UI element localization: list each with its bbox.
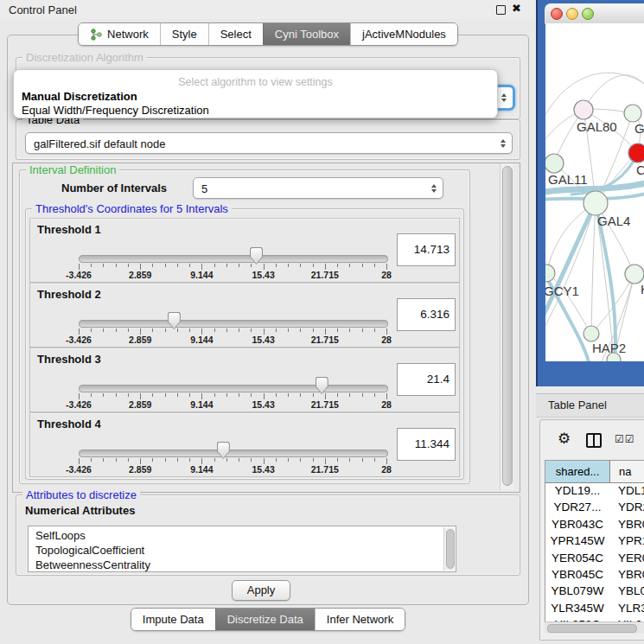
slider-axis-labels: -3.4262.8599.14415.4321.71528 xyxy=(79,335,386,345)
network-node-label: GA xyxy=(634,121,644,136)
numerical-attributes-list[interactable]: SelfLoopsTopologicalCoefficientBetweenne… xyxy=(28,526,456,572)
threshold-1-value-field[interactable]: 14.713 xyxy=(397,233,456,266)
cell-shared-name: YER054C xyxy=(545,552,609,564)
network-edge xyxy=(591,203,596,334)
network-node[interactable] xyxy=(545,265,555,282)
network-node-label: GAL4 xyxy=(597,214,630,228)
tab-select[interactable]: Select xyxy=(208,23,263,45)
network-node-label: H xyxy=(641,282,644,296)
vertical-scrollbar[interactable] xyxy=(500,163,513,490)
tab-style-label: Style xyxy=(172,28,197,41)
attribute-item-topologicalcoefficient[interactable]: TopologicalCoefficient xyxy=(35,544,144,557)
table-row[interactable]: YBL079WYBL0 xyxy=(545,584,644,601)
network-node[interactable] xyxy=(628,143,644,163)
zoom-traffic-light-icon[interactable] xyxy=(582,8,594,20)
threshold-1-label: Threshold 1 xyxy=(37,223,101,236)
network-node-label: HAP2 xyxy=(592,341,626,355)
attribute-item-selfloops[interactable]: SelfLoops xyxy=(35,529,86,542)
bottom-tab-infer-network[interactable]: Infer Network xyxy=(315,609,405,630)
network-node[interactable] xyxy=(545,154,564,173)
tab-jactivemnodules[interactable]: jActiveMNodules xyxy=(350,23,457,45)
network-node[interactable] xyxy=(624,105,641,122)
column-header-shared-name[interactable]: shared... xyxy=(545,461,610,483)
tab-cyni-toolbox[interactable]: Cyni Toolbox xyxy=(263,23,350,45)
threshold-2-panel: Threshold 2-3.4262.8599.14415.4321.71528… xyxy=(29,283,460,348)
horizontal-scrollbar-thumb[interactable] xyxy=(547,624,637,633)
dropdown-option-equal-width-frequency[interactable]: Equal Width/Frequency Discretization xyxy=(22,104,209,117)
column-header-name[interactable]: na xyxy=(610,461,644,483)
threshold-2-value-field[interactable]: 6.316 xyxy=(397,298,456,331)
table-panel-titlebar: Table Panel xyxy=(536,393,644,418)
interval-definition-title: Interval Definition xyxy=(26,163,119,176)
bottom-tabbar: Impute DataDiscretize DataInfer Network xyxy=(131,608,405,631)
attributes-group-title: Attributes to discretize xyxy=(22,488,140,501)
threshold-1-slider-track[interactable] xyxy=(79,255,388,263)
list-scrollbar[interactable] xyxy=(443,527,455,571)
table-row[interactable]: YER054CYER0 xyxy=(545,552,644,568)
bottom-tab-impute-data-label: Impute Data xyxy=(143,613,204,626)
horizontal-scrollbar[interactable] xyxy=(545,622,644,634)
network-edge-thick xyxy=(545,203,596,322)
network-canvas[interactable]: GAL80GACGAL11GAL4GCY1HHAP2 xyxy=(545,23,644,361)
tab-network[interactable]: Network xyxy=(79,23,160,45)
cell-name: YLR3 xyxy=(618,602,644,615)
top-tabbar: NetworkStyleSelectCyni ToolboxjActiveMNo… xyxy=(78,22,458,46)
table-row[interactable]: YDR27...YDR2 xyxy=(545,501,644,517)
columns-icon[interactable] xyxy=(586,433,602,448)
list-scrollbar-thumb[interactable] xyxy=(446,529,455,569)
threshold-4-value-field[interactable]: 11.344 xyxy=(397,428,456,461)
network-edge xyxy=(546,273,591,334)
threshold-1-panel: Threshold 1-3.4262.8599.14415.4321.71528… xyxy=(29,218,460,283)
slider-axis-labels: -3.4262.8599.14415.4321.71528 xyxy=(79,399,386,410)
vertical-scrollbar-thumb[interactable] xyxy=(502,166,513,486)
network-node[interactable] xyxy=(574,100,593,119)
threshold-3-value-field[interactable]: 21.4 xyxy=(397,363,456,396)
cell-shared-name: YDR27... xyxy=(545,501,609,513)
combo-arrows-icon xyxy=(501,139,506,148)
network-node-label: GAL80 xyxy=(577,119,617,134)
apply-button[interactable]: Apply xyxy=(232,580,290,601)
network-window-titlebar[interactable] xyxy=(545,3,644,24)
threshold-3-slider-track[interactable] xyxy=(79,385,388,392)
network-node-label: GAL11 xyxy=(548,172,588,187)
node-table[interactable]: shared... na YDL19...YDL1YDR27...YDR2YBR… xyxy=(545,460,644,623)
checkboxes-icon[interactable]: ☑☑ xyxy=(615,433,635,445)
cell-shared-name: YLR345W xyxy=(545,602,609,615)
number-of-intervals-label: Number of Intervals xyxy=(61,182,167,194)
close-icon[interactable]: ✖ xyxy=(512,2,521,15)
table-row[interactable]: YBR043CYBR0 xyxy=(545,518,644,534)
float-window-icon[interactable] xyxy=(496,5,506,15)
table-data-combobox[interactable]: galFiltered.sif default node xyxy=(25,132,513,154)
cell-shared-name: YBR045C xyxy=(545,568,609,581)
table-row[interactable]: YLR345WYLR3 xyxy=(545,602,644,618)
tab-select-label: Select xyxy=(220,28,252,41)
close-traffic-light-icon[interactable] xyxy=(551,8,563,20)
top-tabs: NetworkStyleSelectCyni ToolboxjActiveMNo… xyxy=(0,22,536,46)
network-node[interactable] xyxy=(625,265,644,284)
bottom-tab-discretize-data-label: Discretize Data xyxy=(227,613,303,626)
dropdown-option-manual-discretization[interactable]: Manual Discretization xyxy=(22,90,137,103)
threshold-2-slider-track[interactable] xyxy=(79,320,388,328)
threshold-3-panel: Threshold 3-3.4262.8599.14415.4321.71528… xyxy=(29,348,460,412)
table-row[interactable]: YBR045CYBR0 xyxy=(545,568,644,584)
minimize-traffic-light-icon[interactable] xyxy=(566,8,578,20)
bottom-tab-impute-data[interactable]: Impute Data xyxy=(131,609,215,630)
bottom-tab-discretize-data[interactable]: Discretize Data xyxy=(215,609,315,630)
bottom-tabs: Impute DataDiscretize DataInfer Network xyxy=(0,608,536,631)
cell-name: YPR1 xyxy=(618,534,644,547)
discretization-algorithm-title: Discretization Algorithm xyxy=(22,51,147,64)
threshold-4-slider-track[interactable] xyxy=(79,450,388,457)
cell-name: YDL1 xyxy=(618,484,644,497)
tab-cyni-toolbox-label: Cyni Toolbox xyxy=(275,28,339,41)
table-row[interactable]: YPR145WYPR1 xyxy=(545,534,644,551)
gear-icon[interactable]: ⚙ xyxy=(558,431,571,446)
attribute-item-betweennesscentrality[interactable]: BetweennessCentrality xyxy=(35,558,150,571)
number-of-intervals-combobox[interactable]: 5 xyxy=(193,177,443,199)
network-node[interactable] xyxy=(583,326,599,341)
dropdown-placeholder: Select algorithm to view settings xyxy=(14,76,497,88)
slider-axis-labels: -3.4262.8599.14415.4321.71528 xyxy=(79,464,386,475)
network-node[interactable] xyxy=(583,191,608,215)
threshold-2-label: Threshold 2 xyxy=(37,288,101,301)
tab-style[interactable]: Style xyxy=(160,23,208,45)
table-row[interactable]: YDL19...YDL1 xyxy=(545,484,644,501)
